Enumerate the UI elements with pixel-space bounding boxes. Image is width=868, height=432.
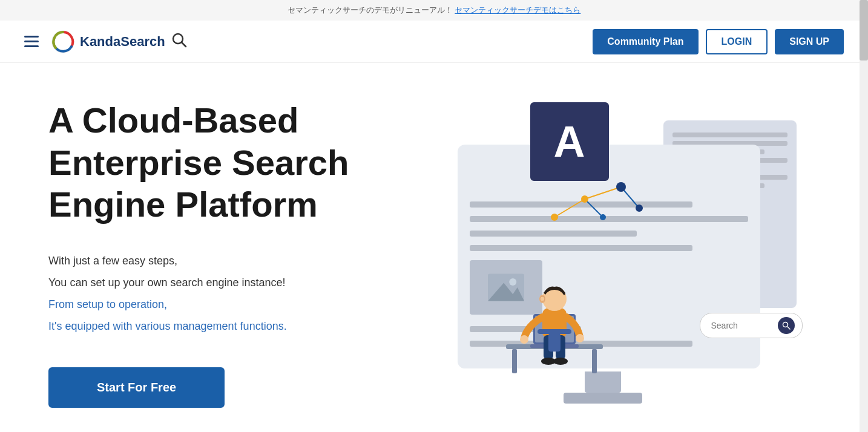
monitor-search-input[interactable] bbox=[711, 321, 778, 330]
hero-title: A Cloud-Based Enterprise Search Engine P… bbox=[48, 99, 434, 226]
community-plan-button[interactable]: Community Plan bbox=[593, 29, 698, 54]
svg-point-34 bbox=[540, 296, 545, 301]
doc-line bbox=[672, 133, 787, 137]
svg-point-15 bbox=[636, 205, 643, 212]
svg-point-30 bbox=[553, 358, 568, 365]
header: KandaSearch Community Plan LOGIN SIGN UP bbox=[0, 21, 868, 63]
screen-line bbox=[470, 245, 692, 251]
monitor-search-bar bbox=[700, 313, 803, 338]
svg-point-6 bbox=[783, 322, 787, 327]
logo-icon bbox=[51, 30, 75, 54]
hero-section: A Cloud-Based Enterprise Search Engine P… bbox=[0, 63, 868, 432]
banner-link[interactable]: セマンティックサーチデモはこちら bbox=[455, 5, 580, 15]
monitor-base bbox=[564, 393, 642, 404]
top-banner: セマンティックサーチのデモがリニューアル！ セマンティックサーチデモはこちら bbox=[0, 0, 868, 21]
hero-desc-line1: With just a few easy steps, bbox=[48, 250, 434, 272]
hamburger-line3 bbox=[24, 45, 39, 47]
monitor-outer: A bbox=[458, 120, 797, 387]
logo-text: KandaSearch bbox=[80, 34, 165, 50]
svg-point-25 bbox=[520, 335, 528, 344]
logo-link[interactable]: KandaSearch bbox=[51, 30, 165, 54]
hero-desc-line2: You can set up your own search engine in… bbox=[48, 272, 434, 293]
hero-desc-line4: It's equipped with various management fu… bbox=[48, 315, 434, 337]
svg-rect-32 bbox=[548, 333, 561, 352]
monitor-search-button[interactable] bbox=[778, 317, 795, 334]
svg-line-8 bbox=[554, 199, 585, 217]
doc-a-badge: A bbox=[530, 102, 609, 181]
hero-desc-line3: From setup to operation, bbox=[48, 293, 434, 315]
svg-point-13 bbox=[581, 195, 588, 203]
network-decoration bbox=[542, 175, 651, 235]
svg-line-11 bbox=[585, 199, 603, 217]
signup-button[interactable]: SIGN UP bbox=[775, 29, 844, 54]
hero-description: With just a few easy steps, You can set … bbox=[48, 250, 434, 337]
page-scrollbar[interactable] bbox=[860, 0, 868, 432]
svg-point-26 bbox=[576, 334, 584, 342]
header-buttons: Community Plan LOGIN SIGN UP bbox=[593, 29, 844, 54]
scrollbar-thumb[interactable] bbox=[860, 0, 868, 61]
person-illustration bbox=[494, 260, 615, 381]
hamburger-line1 bbox=[24, 36, 39, 38]
hero-left: A Cloud-Based Enterprise Search Engine P… bbox=[48, 99, 434, 408]
svg-line-9 bbox=[585, 187, 621, 199]
header-search-icon[interactable] bbox=[171, 32, 187, 51]
hamburger-menu[interactable] bbox=[24, 36, 39, 47]
svg-point-12 bbox=[551, 214, 558, 221]
svg-point-16 bbox=[600, 214, 606, 220]
hamburger-line2 bbox=[24, 41, 39, 42]
login-button[interactable]: LOGIN bbox=[706, 29, 768, 54]
start-for-free-button[interactable]: Start For Free bbox=[48, 367, 225, 408]
svg-rect-18 bbox=[512, 349, 517, 373]
svg-line-2 bbox=[182, 42, 186, 47]
svg-line-7 bbox=[787, 327, 790, 329]
hero-illustration: A bbox=[434, 108, 820, 399]
svg-rect-19 bbox=[592, 349, 597, 373]
banner-text: セマンティックサーチのデモがリニューアル！ bbox=[288, 5, 453, 15]
svg-point-14 bbox=[616, 182, 626, 192]
svg-rect-31 bbox=[538, 329, 571, 334]
